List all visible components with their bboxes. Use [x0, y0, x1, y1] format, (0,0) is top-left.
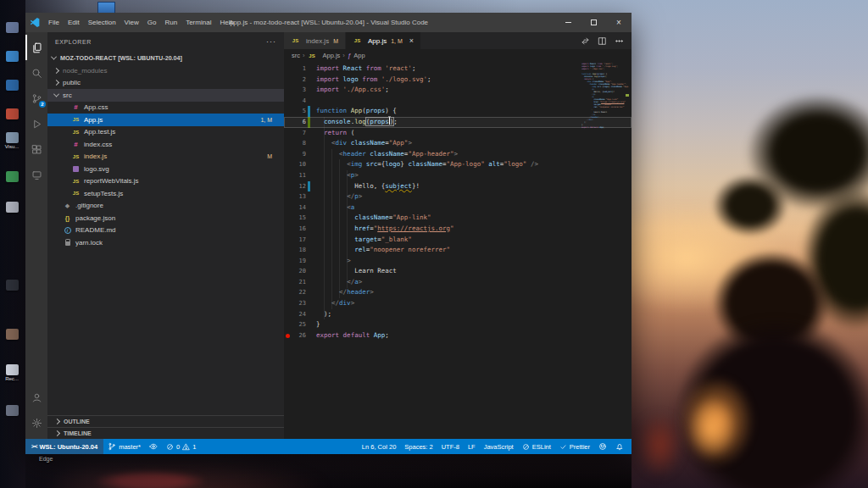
code-line-2[interactable]: 2import logo from './logo.svg'; [284, 75, 632, 86]
code-line-14[interactable]: 14 <a [284, 202, 632, 214]
code-line-25[interactable]: 25} [284, 319, 632, 330]
activity-item-run-debug[interactable] [25, 111, 47, 136]
code-line-8[interactable]: 8 <div className="App"> [284, 138, 632, 149]
language-mode[interactable]: JavaScript [480, 443, 518, 451]
breadcrumb-app-symbol[interactable]: App [353, 52, 364, 59]
settings-gear-button[interactable] [25, 410, 47, 435]
code-line-19[interactable]: 19 > [284, 256, 632, 267]
code-line-6[interactable]: 6 console.log(props); [284, 117, 632, 128]
tree-item-public[interactable]: public [47, 77, 284, 90]
code-line-24[interactable]: 24 ); [284, 309, 632, 320]
code-line-22[interactable]: 22 </header> [284, 287, 632, 298]
code-line-21[interactable]: 21 </a> [284, 277, 632, 288]
branch-indicator[interactable]: master* [103, 439, 145, 454]
tree-item-package-json[interactable]: {}package.json [47, 212, 284, 225]
eye-toggle[interactable] [145, 439, 162, 454]
code-line-13[interactable]: 13 </p> [284, 191, 632, 202]
tree-item-index-css[interactable]: #index.css [47, 138, 284, 151]
breadcrumb-app-js[interactable]: App.js [323, 52, 341, 59]
activity-item-remote-explorer[interactable] [25, 162, 47, 187]
tree-item-logo-svg[interactable]: logo.svg [47, 163, 284, 175]
project-root-header[interactable]: MOZ-TODO-REACT [WSL: UBUNTU-20.04] [47, 51, 284, 64]
code-line-5[interactable]: 5function App(props) { [284, 106, 632, 117]
activity-item-extensions[interactable] [25, 136, 47, 162]
tree-item-setuptests-js[interactable]: JSsetupTests.js [47, 187, 284, 200]
tree-item-reportwebvitals-js[interactable]: JSreportWebVitals.js [47, 175, 284, 188]
minimize-button[interactable] [555, 13, 581, 32]
code-line-20[interactable]: 20 Learn React [284, 266, 632, 277]
encoding-setting[interactable]: UTF-8 [437, 443, 464, 451]
notifications-bell[interactable] [611, 442, 628, 451]
activity-item-search[interactable] [25, 60, 47, 86]
close-tab-icon[interactable]: × [409, 36, 414, 45]
desktop-icon-9[interactable] [4, 329, 19, 340]
menu-item-terminal[interactable]: Terminal [181, 19, 215, 26]
code-line-3[interactable]: 3import './App.css'; [284, 85, 632, 96]
problems-indicator[interactable]: 0 1 [162, 439, 200, 454]
open-changes-icon[interactable] [581, 36, 590, 46]
code-line-23[interactable]: 23 </div> [284, 298, 632, 309]
tree-item-app-css[interactable]: #App.css [47, 102, 284, 114]
tree-item-src[interactable]: src [47, 89, 284, 102]
desktop-icon-3[interactable] [4, 80, 19, 91]
code-line-17[interactable]: 17 target="_blank" [284, 235, 632, 246]
code-line-1[interactable]: 1import React from 'react'; [284, 64, 632, 75]
tab-app-js[interactable]: JS App.js 1, M × [346, 32, 421, 49]
desktop-icon-8[interactable] [4, 280, 19, 291]
menu-item-view[interactable]: View [120, 19, 143, 26]
code-line-18[interactable]: 18 rel="noopener noreferrer" [284, 245, 632, 256]
desktop-icon-5[interactable]: Visu... [4, 132, 19, 149]
tree-item-readme-md[interactable]: iREADME.md [47, 225, 284, 237]
code-line-7[interactable]: 7 return ( [284, 128, 632, 139]
maximize-button[interactable] [581, 13, 606, 32]
tree-item-app-test-js[interactable]: JSApp.test.js [47, 126, 284, 139]
code-line-15[interactable]: 15 className="App-link" [284, 213, 632, 224]
indentation-setting[interactable]: Spaces: 2 [400, 443, 437, 451]
menu-item-go[interactable]: Go [143, 19, 161, 26]
menu-item-file[interactable]: File [44, 19, 64, 26]
cursor-position[interactable]: Ln 6, Col 20 [358, 443, 400, 451]
minimap[interactable]: import React from 'react';import logo fr… [581, 63, 629, 129]
desktop-icon-6[interactable] [4, 171, 19, 182]
menu-item-help[interactable]: Help [215, 19, 237, 26]
desktop-icon-10[interactable]: Rec... [4, 364, 19, 381]
breadcrumb-src[interactable]: src [292, 52, 300, 59]
desktop-icon-7[interactable] [4, 202, 19, 213]
prettier-status[interactable]: Prettier [555, 443, 594, 451]
feedback-button[interactable] [594, 442, 611, 451]
desktop-icon-4[interactable] [4, 108, 19, 119]
code-line-11[interactable]: 11 <p> [284, 170, 632, 181]
timeline-section-header[interactable]: TIMELINE [47, 427, 284, 439]
edge-desktop-label[interactable]: Edge [39, 456, 53, 462]
eol-setting[interactable]: LF [464, 443, 480, 451]
menu-item-selection[interactable]: Selection [84, 19, 120, 26]
eslint-status[interactable]: ESLint [518, 443, 555, 451]
tree-item-index-js[interactable]: JSindex.jsM [47, 151, 284, 164]
code-line-10[interactable]: 10 <img src={logo} className="App-logo" … [284, 159, 632, 170]
code-editor[interactable]: 1import React from 'react';2import logo … [284, 62, 632, 439]
tree-item-app-js[interactable]: JSApp.js1, M [47, 114, 284, 126]
close-button[interactable]: × [606, 13, 632, 32]
explorer-actions-icon[interactable]: ··· [266, 37, 276, 46]
remote-indicator[interactable]: >< WSL: Ubuntu-20.04 [25, 439, 103, 454]
code-line-4[interactable]: 4 [284, 96, 632, 107]
accounts-button[interactable] [25, 385, 47, 410]
desktop-icon-2[interactable] [4, 51, 19, 62]
tab-index-js[interactable]: JS index.js M [284, 32, 346, 49]
split-editor-icon[interactable] [598, 36, 607, 46]
code-line-12[interactable]: 12 Hello, {subject}! [284, 181, 632, 192]
desktop-icon-11[interactable] [4, 405, 19, 416]
outline-section-header[interactable]: OUTLINE [47, 415, 284, 427]
menu-item-edit[interactable]: Edit [64, 19, 84, 26]
code-line-9[interactable]: 9 <header className="App-header"> [284, 149, 632, 160]
tree-item-node-modules[interactable]: node_modules [47, 64, 284, 77]
code-line-26[interactable]: 26export default App; [284, 330, 632, 341]
more-actions-icon[interactable] [615, 36, 624, 46]
code-line-16[interactable]: 16 href="https://reactjs.org" [284, 224, 632, 235]
menu-item-run[interactable]: Run [160, 19, 181, 26]
tree-item--gitignore[interactable]: ◆.gitignore [47, 200, 284, 213]
desktop-icon-1[interactable] [4, 22, 19, 33]
activity-item-source-control[interactable]: 2 [25, 86, 47, 111]
tree-item-yarn-lock[interactable]: yarn.lock [47, 236, 284, 249]
activity-item-explorer[interactable] [25, 35, 47, 60]
